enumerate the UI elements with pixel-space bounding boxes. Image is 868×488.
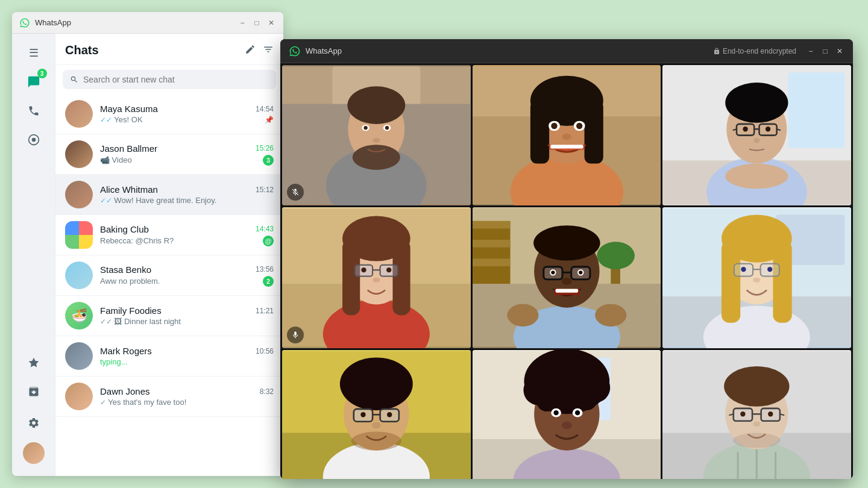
chat-time-family: 11:21: [256, 307, 274, 315]
svg-point-108: [351, 431, 401, 450]
chat-info-baking: Baking Club 14:43 Rebecca: @Chris R? @: [100, 224, 274, 246]
sidebar-item-starred[interactable]: [22, 351, 46, 375]
mention-badge-baking: @: [263, 236, 274, 246]
video-whatsapp-logo: [289, 45, 301, 57]
chat-info-maya: Maya Kasuma 14:54 ✓✓ Yes! OK 📌: [100, 104, 274, 124]
chat-item-family[interactable]: 🍜 Family Foodies 11:21 ✓✓ 🖼 Dinner last …: [55, 296, 283, 336]
avatar-stasa: [65, 261, 93, 289]
chat-name-family: Family Foodies: [100, 305, 162, 316]
person-svg-4: [282, 207, 471, 348]
video-cell-5[interactable]: [473, 207, 661, 348]
user-avatar[interactable]: [23, 442, 45, 464]
chat-time-jason: 15:26: [256, 144, 274, 152]
svg-rect-60: [473, 259, 511, 267]
chat-panel: Chats: [55, 34, 283, 476]
video-cell-1: [282, 65, 471, 205]
chat-item-jason[interactable]: Jason Ballmer 15:26 📹 Video 3: [55, 134, 283, 175]
svg-point-143: [733, 433, 781, 448]
chat-item-mark[interactable]: Mark Rogers 10:56 typing...: [55, 336, 283, 377]
video-close-btn[interactable]: ✕: [835, 46, 844, 56]
svg-rect-20: [584, 101, 603, 163]
svg-rect-57: [473, 221, 511, 284]
chat-item-alice[interactable]: Alice Whitman 15:12 ✓✓ Wow! Have great t…: [55, 175, 283, 215]
svg-point-8: [353, 145, 400, 170]
chat-preview-baking: Rebecca: @Chris R?: [100, 236, 174, 245]
sidebar-item-calls[interactable]: [22, 99, 46, 123]
video-cell-6: [662, 207, 851, 348]
chat-time-baking: 14:43: [256, 225, 274, 233]
svg-point-101: [344, 381, 361, 399]
svg-point-74: [551, 271, 555, 274]
svg-point-12: [385, 126, 389, 130]
sidebar-item-status[interactable]: [22, 128, 46, 152]
chat-item-baking[interactable]: Baking Club 14:43 Rebecca: @Chris R? @: [55, 215, 283, 255]
menu-icon-item[interactable]: ☰: [22, 41, 46, 65]
svg-point-92: [753, 278, 761, 283]
avatar-jason: [65, 140, 93, 168]
svg-point-39: [743, 127, 748, 131]
search-input[interactable]: [83, 75, 269, 84]
person-svg-9: [662, 350, 851, 479]
svg-point-90: [741, 267, 746, 272]
chat-preview-stasa: Aww no problem.: [100, 277, 160, 286]
avatar-maya: [65, 100, 93, 128]
participant-2: [473, 65, 661, 205]
svg-point-27: [562, 134, 571, 140]
svg-rect-26: [550, 145, 583, 148]
chat-item-stasa[interactable]: Stasa Benko 13:56 Aww no problem. 2: [55, 255, 283, 296]
chat-info-stasa: Stasa Benko 13:56 Aww no problem. 2: [100, 264, 274, 287]
search-box[interactable]: [63, 70, 276, 89]
svg-point-140: [741, 411, 746, 416]
chat-name-maya: Maya Kasuma: [100, 104, 158, 114]
participant-7: [282, 350, 471, 479]
chats-badge: 3: [37, 69, 47, 78]
svg-point-53: [361, 267, 366, 272]
svg-rect-59: [473, 240, 511, 248]
chat-preview-alice: ✓✓ Wow! Have great time. Enjoy.: [100, 196, 216, 205]
video-title-bar: WhatsApp End-to-end endcrypted − □ ✕: [280, 39, 853, 63]
chat-preview-maya: ✓✓ Yes! OK: [100, 115, 143, 124]
unread-badge-jason: 3: [263, 155, 274, 166]
video-minimize-btn[interactable]: −: [806, 46, 816, 56]
person-svg-3: [662, 65, 851, 205]
video-cell-3: [662, 65, 851, 205]
svg-rect-77: [555, 289, 578, 293]
svg-point-63: [597, 242, 635, 270]
filter-icon[interactable]: [263, 44, 274, 57]
chat-name-dawn: Dawn Jones: [100, 386, 150, 396]
svg-point-65: [507, 304, 538, 327]
video-call-window: WhatsApp End-to-end endcrypted − □ ✕: [280, 39, 853, 479]
svg-point-141: [768, 411, 773, 416]
svg-point-75: [579, 271, 582, 274]
search-icon: [70, 75, 78, 84]
chat-name-mark: Mark Rogers: [100, 346, 152, 356]
chat-time-mark: 10:56: [256, 347, 274, 355]
close-button[interactable]: ✕: [266, 18, 276, 28]
maximize-button[interactable]: □: [252, 18, 262, 28]
new-chat-icon[interactable]: [245, 44, 256, 57]
person-svg-8: [473, 350, 661, 479]
svg-point-125: [575, 410, 580, 415]
chat-item-dawn[interactable]: Dawn Jones 8:32 ✓ Yes that's my fave too…: [55, 377, 283, 417]
chat-item-maya[interactable]: Maya Kasuma 14:54 ✓✓ Yes! OK 📌: [55, 94, 283, 134]
minimize-button[interactable]: −: [237, 18, 247, 28]
mute-indicator-4: [287, 327, 304, 343]
main-window: WhatsApp − □ ✕ ☰ 3: [12, 12, 283, 476]
avatar-alice: [65, 181, 93, 208]
svg-point-55: [373, 278, 380, 283]
window-title: WhatsApp: [35, 18, 237, 27]
svg-point-41: [726, 164, 788, 189]
avatar-baking: [65, 221, 93, 249]
sidebar-item-chats[interactable]: 3: [22, 70, 46, 94]
sidebar-item-archive[interactable]: [22, 380, 46, 404]
video-maximize-btn[interactable]: □: [820, 46, 830, 56]
person-svg-6: [662, 207, 851, 348]
sidebar-item-settings[interactable]: [22, 411, 46, 435]
participant-5: [473, 207, 661, 348]
video-cell-8: [473, 350, 661, 479]
svg-point-134: [724, 366, 789, 407]
person-svg-5: [473, 207, 661, 348]
video-cell-7: [282, 350, 471, 479]
title-bar: WhatsApp − □ ✕: [12, 12, 283, 34]
chat-name-jason: Jason Ballmer: [100, 143, 157, 154]
